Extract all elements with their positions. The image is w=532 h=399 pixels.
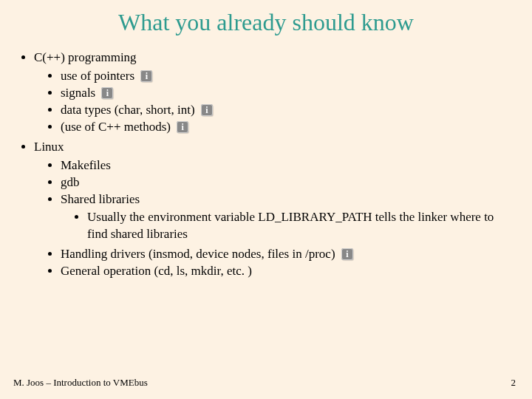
item-text: Usually the environment variable LD_LIBR…: [87, 210, 494, 241]
info-icon[interactable]: [177, 121, 188, 133]
list-item: General operation (cd, ls, mkdir, etc. ): [61, 263, 502, 280]
item-text: Handling drivers (insmod, device nodes, …: [61, 247, 335, 261]
item-text: data types (char, short, int): [61, 103, 195, 117]
item-text: General operation (cd, ls, mkdir, etc. ): [61, 264, 252, 278]
item-text: Makefiles: [61, 158, 111, 172]
item-text: Linux: [34, 140, 64, 154]
list-item: data types (char, short, int): [61, 102, 502, 119]
item-text: Shared libraries: [61, 192, 140, 206]
list-item: C(++) programming use of pointers signal…: [34, 50, 502, 136]
list-item: Makefiles: [61, 157, 502, 174]
info-icon[interactable]: [201, 104, 213, 116]
list-item: signals: [61, 85, 502, 102]
footer-author: M. Joos – Introduction to VMEbus: [13, 377, 148, 389]
item-text: signals: [61, 86, 95, 100]
list-item: Handling drivers (insmod, device nodes, …: [61, 246, 502, 263]
item-text: use of pointers: [61, 69, 134, 83]
page-number: 2: [511, 377, 516, 389]
info-icon[interactable]: [101, 87, 113, 99]
info-icon[interactable]: [140, 70, 152, 82]
item-text: (use of C++ methods): [61, 120, 171, 134]
list-item: Linux Makefiles gdb Shared libraries Usu…: [34, 139, 502, 281]
item-text: C(++) programming: [34, 50, 137, 64]
list-item: Shared libraries Usually the environment…: [61, 191, 502, 244]
bullet-list: C(++) programming use of pointers signal…: [21, 50, 532, 280]
list-item: use of pointers: [61, 68, 502, 85]
list-item: Usually the environment variable LD_LIBR…: [87, 209, 502, 243]
list-item: gdb: [61, 174, 502, 191]
slide-title: What you already should know: [0, 9, 532, 36]
list-item: (use of C++ methods): [61, 119, 502, 136]
item-text: gdb: [61, 175, 80, 189]
info-icon[interactable]: [341, 248, 353, 260]
